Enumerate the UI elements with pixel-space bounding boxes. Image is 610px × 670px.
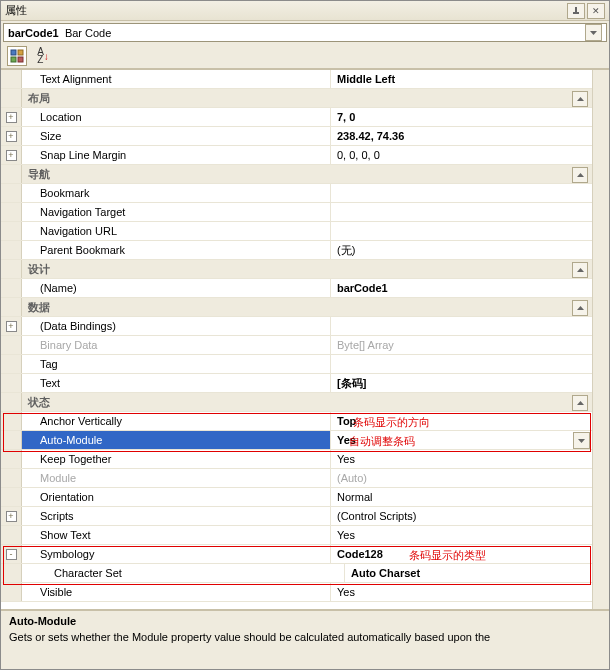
property-name: 布局: [22, 89, 318, 107]
property-row[interactable]: +(Data Bindings): [1, 317, 592, 336]
property-name: Navigation URL: [22, 222, 331, 240]
property-grid[interactable]: Text AlignmentMiddle Left布局+Location7, 0…: [1, 70, 592, 609]
property-row[interactable]: Text AlignmentMiddle Left: [1, 70, 592, 89]
property-row[interactable]: Text[条码]: [1, 374, 592, 393]
category-collapse-button[interactable]: [572, 262, 588, 278]
titlebar[interactable]: 属性 ✕: [1, 1, 609, 21]
property-row[interactable]: Bookmark: [1, 184, 592, 203]
value-dropdown-button[interactable]: [573, 432, 590, 449]
property-value[interactable]: Yes: [331, 450, 592, 468]
expand-icon[interactable]: +: [6, 150, 17, 161]
category-collapse-button[interactable]: [572, 91, 588, 107]
property-value[interactable]: Auto Charset: [345, 564, 592, 582]
property-row[interactable]: Character SetAuto Charset: [1, 564, 592, 583]
property-row[interactable]: +Scripts(Control Scripts): [1, 507, 592, 526]
property-value[interactable]: [331, 203, 592, 221]
property-value[interactable]: (无): [331, 241, 592, 259]
expand-gutter[interactable]: +: [1, 146, 22, 164]
object-dropdown-button[interactable]: [585, 24, 602, 41]
property-value[interactable]: [331, 355, 592, 373]
property-value[interactable]: [331, 184, 592, 202]
property-row[interactable]: Module(Auto): [1, 469, 592, 488]
category-collapse-button[interactable]: [572, 300, 588, 316]
property-value[interactable]: Yes: [331, 526, 592, 544]
category-header[interactable]: 设计: [1, 260, 592, 279]
expand-gutter: [1, 70, 22, 88]
annotation-label: 条码显示的类型: [409, 548, 486, 563]
expand-icon[interactable]: +: [6, 511, 17, 522]
property-row[interactable]: Anchor VerticallyTop: [1, 412, 592, 431]
expand-gutter[interactable]: -: [1, 545, 22, 563]
property-name: Parent Bookmark: [22, 241, 331, 259]
expand-gutter[interactable]: +: [1, 108, 22, 126]
category-header[interactable]: 布局: [1, 89, 592, 108]
expand-gutter: [1, 393, 22, 411]
property-value[interactable]: Yes: [331, 583, 592, 601]
alphabetical-view-button[interactable]: AZ↓: [33, 46, 53, 66]
property-row[interactable]: Navigation Target: [1, 203, 592, 222]
expand-gutter: [1, 336, 22, 354]
collapse-icon[interactable]: -: [6, 549, 17, 560]
category-header[interactable]: 数据: [1, 298, 592, 317]
property-value[interactable]: [331, 317, 592, 335]
property-value[interactable]: Middle Left: [331, 70, 592, 88]
expand-icon[interactable]: +: [6, 131, 17, 142]
category-header[interactable]: 状态: [1, 393, 592, 412]
property-value[interactable]: 7, 0: [331, 108, 592, 126]
expand-icon[interactable]: +: [6, 112, 17, 123]
property-value: [318, 393, 592, 411]
expand-gutter: [1, 165, 22, 183]
property-value[interactable]: barCode1: [331, 279, 592, 297]
property-row[interactable]: (Name)barCode1: [1, 279, 592, 298]
expand-gutter[interactable]: +: [1, 127, 22, 145]
description-pane: Auto-Module Gets or sets whether the Mod…: [1, 610, 609, 669]
category-header[interactable]: 导航: [1, 165, 592, 184]
property-row[interactable]: Navigation URL: [1, 222, 592, 241]
property-value[interactable]: Normal: [331, 488, 592, 506]
property-grid-wrap: Text AlignmentMiddle Left布局+Location7, 0…: [1, 69, 609, 610]
property-value[interactable]: [331, 222, 592, 240]
properties-window: 属性 ✕ barCode1 Bar Code AZ↓ Text Alignmen…: [0, 0, 610, 670]
expand-gutter: [1, 412, 22, 430]
property-name: Module: [22, 469, 331, 487]
property-row[interactable]: OrientationNormal: [1, 488, 592, 507]
property-row[interactable]: Keep TogetherYes: [1, 450, 592, 469]
property-name: 数据: [22, 298, 318, 316]
property-name: 状态: [22, 393, 318, 411]
property-row[interactable]: +Location7, 0: [1, 108, 592, 127]
property-name: Keep Together: [22, 450, 331, 468]
property-row[interactable]: Auto-ModuleYes: [1, 431, 592, 450]
property-value[interactable]: [条码]: [331, 374, 592, 392]
svg-rect-5: [18, 57, 23, 62]
property-value[interactable]: (Control Scripts): [331, 507, 592, 525]
object-type: Bar Code: [65, 27, 111, 39]
property-row[interactable]: -SymbologyCode128: [1, 545, 592, 564]
pin-button[interactable]: [567, 3, 585, 19]
property-value[interactable]: Byte[] Array: [331, 336, 592, 354]
property-row[interactable]: VisibleYes: [1, 583, 592, 602]
property-row[interactable]: Show TextYes: [1, 526, 592, 545]
annotation-label: 自动调整条码: [349, 434, 415, 449]
property-row[interactable]: Parent Bookmark(无): [1, 241, 592, 260]
expand-gutter[interactable]: +: [1, 317, 22, 335]
vertical-scrollbar[interactable]: [592, 70, 609, 609]
property-name: Size: [22, 127, 331, 145]
svg-rect-3: [18, 50, 23, 55]
expand-gutter: [1, 222, 22, 240]
property-value[interactable]: (Auto): [331, 469, 592, 487]
expand-gutter: [1, 450, 22, 468]
categorized-view-button[interactable]: [7, 46, 27, 66]
category-collapse-button[interactable]: [572, 167, 588, 183]
expand-gutter: [1, 298, 22, 316]
object-selector[interactable]: barCode1 Bar Code: [3, 23, 607, 42]
expand-gutter[interactable]: +: [1, 507, 22, 525]
property-value[interactable]: 238.42, 74.36: [331, 127, 592, 145]
property-row[interactable]: Tag: [1, 355, 592, 374]
category-collapse-button[interactable]: [572, 395, 588, 411]
property-row[interactable]: Binary DataByte[] Array: [1, 336, 592, 355]
property-value[interactable]: 0, 0, 0, 0: [331, 146, 592, 164]
close-button[interactable]: ✕: [587, 3, 605, 19]
expand-icon[interactable]: +: [6, 321, 17, 332]
property-row[interactable]: +Size238.42, 74.36: [1, 127, 592, 146]
property-row[interactable]: +Snap Line Margin0, 0, 0, 0: [1, 146, 592, 165]
